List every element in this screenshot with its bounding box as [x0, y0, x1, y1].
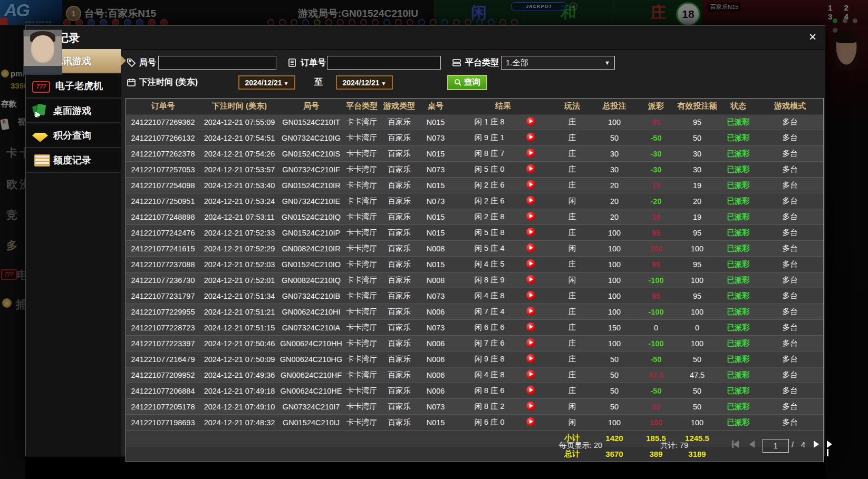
chevron-down-icon: ▼: [284, 81, 289, 86]
replay-play-icon[interactable]: [526, 117, 535, 126]
cell-round-id: GN07324C210IA: [279, 320, 343, 336]
replay-play-icon[interactable]: [526, 338, 535, 347]
calendar-icon: [127, 77, 136, 87]
cell-game-type: 百家乐: [380, 367, 418, 383]
replay-play-icon[interactable]: [526, 291, 535, 300]
date-from-select[interactable]: 2024/12/21▼: [238, 75, 295, 90]
cell-status: 已派彩: [720, 415, 757, 431]
cell-order-id: 241221077257053: [126, 162, 200, 178]
cell-total-bet: 30: [591, 162, 638, 178]
cell-status: 已派彩: [720, 336, 757, 351]
order-input[interactable]: [327, 56, 441, 70]
cell-game-type: 百家乐: [380, 399, 418, 415]
cell-game-mode: 多台: [757, 178, 823, 193]
cell-valid-bet: 30: [674, 146, 720, 162]
replay-play-icon[interactable]: [526, 354, 535, 363]
sidebar-item-slots[interactable]: 777 电子老虎机: [26, 74, 121, 99]
cell-result: 闲 8 庄 7: [453, 146, 553, 162]
cell-order-id: 241221077223397: [126, 336, 200, 351]
page-number-input[interactable]: [763, 439, 789, 453]
replay-play-icon[interactable]: [526, 275, 535, 284]
prev-page-button[interactable]: [749, 439, 755, 448]
modal-sidebar: K♥ 9 视讯游戏 777 电子老虎机 桌面游戏 积分查询: [26, 49, 121, 456]
replay-play-icon[interactable]: [526, 212, 535, 221]
replay-play-icon[interactable]: [526, 243, 535, 252]
cell-bet-time: 2024-12-21 07:49:36: [200, 367, 279, 383]
cell-bet-time: 2024-12-21 07:50:09: [200, 351, 279, 367]
replay-play-icon[interactable]: [526, 259, 535, 268]
replay-play-icon[interactable]: [526, 322, 535, 331]
cell-game-mode: 多台: [757, 351, 823, 367]
close-icon[interactable]: ×: [809, 30, 816, 44]
cell-result: 闲 5 庄 8: [453, 225, 553, 241]
replay-play-icon[interactable]: [526, 196, 535, 205]
cell-game-type: 百家乐: [380, 272, 418, 288]
cell-table-no: N008: [418, 272, 453, 288]
cell-platform: 卡卡湾厅: [343, 351, 380, 367]
cell-round-id: GN07324C210IE: [279, 193, 343, 209]
cell-result: 闲 2 庄 6: [453, 178, 553, 193]
replay-play-icon[interactable]: [526, 417, 535, 426]
cell-order-id: 241221077206884: [126, 383, 200, 399]
cell-game-mode: 多台: [757, 320, 823, 336]
cell-round-id: GN01524C210IR: [279, 178, 343, 193]
cell-total-bet: 100: [591, 225, 638, 241]
cell-round-id: GN07324C210IB: [279, 288, 343, 304]
cell-round-id: GN00624C210HI: [279, 304, 343, 320]
replay-play-icon[interactable]: [526, 164, 535, 173]
cell-valid-bet: 50: [674, 351, 720, 367]
cell-game-type: 百家乐: [380, 193, 418, 209]
cell-round-id: GN01524C210IS: [279, 146, 343, 162]
cell-result: 闲 7 庄 4: [453, 304, 553, 320]
cell-platform: 卡卡湾厅: [343, 114, 380, 130]
cell-game-mode: 多台: [757, 415, 823, 431]
cell-payout: -50: [638, 130, 674, 146]
sidebar-item-table-games[interactable]: 桌面游戏: [26, 99, 121, 123]
replay-play-icon[interactable]: [526, 307, 535, 316]
replay-play-icon[interactable]: [526, 386, 535, 395]
replay-play-icon[interactable]: [526, 180, 535, 189]
last-page-button[interactable]: [827, 439, 832, 456]
cell-bet-time: 2024-12-21 07:50:46: [200, 336, 279, 351]
table-body: 2412210772693622024-12-21 07:55:09GN0152…: [126, 114, 823, 431]
cell-result: 闲 5 庄 4: [453, 241, 553, 257]
tag-icon: [127, 58, 136, 67]
cell-status: 已派彩: [720, 351, 757, 367]
platform-select[interactable]: 1.全部 ▼: [501, 56, 615, 70]
cell-result: 闲 5 庄 0: [453, 162, 553, 178]
cell-valid-bet: 50: [674, 383, 720, 399]
cell-payout: 95: [638, 288, 674, 304]
replay-play-icon[interactable]: [526, 133, 535, 142]
cell-game-type: 百家乐: [380, 415, 418, 431]
sidebar-item-label: 积分查询: [53, 129, 91, 142]
round-input[interactable]: [158, 56, 276, 70]
cell-order-id: 241221077198693: [126, 415, 200, 431]
date-to-select[interactable]: 2024/12/21▼: [336, 75, 393, 90]
cell-status: 已派彩: [720, 288, 757, 304]
replay-play-icon[interactable]: [526, 149, 535, 158]
cell-total-bet: 100: [591, 304, 638, 320]
cell-table-no: N015: [418, 178, 453, 193]
cell-table-no: N015: [418, 225, 453, 241]
cell-status: 已派彩: [720, 257, 757, 272]
search-button[interactable]: 查询: [447, 75, 487, 90]
cell-round-id: GN07324C210IG: [279, 130, 343, 146]
replay-play-icon[interactable]: [526, 402, 535, 410]
cell-order-id: 241221077242476: [126, 225, 200, 241]
replay-play-icon[interactable]: [526, 370, 535, 379]
replay-play-icon[interactable]: [526, 228, 535, 237]
sidebar-item-points-query[interactable]: 积分查询: [26, 123, 121, 148]
first-page-button[interactable]: [732, 439, 739, 448]
cell-bet-time: 2024-12-21 07:52:03: [200, 257, 279, 272]
cell-round-id: GN07324C210I7: [279, 399, 343, 415]
cell-game-type: 百家乐: [380, 241, 418, 257]
cell-bet-time: 2024-12-21 07:48:32: [200, 415, 279, 431]
cell-game-mode: 多台: [757, 114, 823, 130]
sidebar-item-quota-records[interactable]: 额度记录: [26, 148, 121, 173]
cell-order-id: 241221077248898: [126, 209, 200, 225]
cell-payout: 50: [638, 399, 674, 415]
cell-payout: 95: [638, 257, 674, 272]
cell-table-no: N006: [418, 336, 453, 351]
next-page-button[interactable]: [814, 439, 819, 448]
clipboard-icon: [287, 58, 297, 67]
